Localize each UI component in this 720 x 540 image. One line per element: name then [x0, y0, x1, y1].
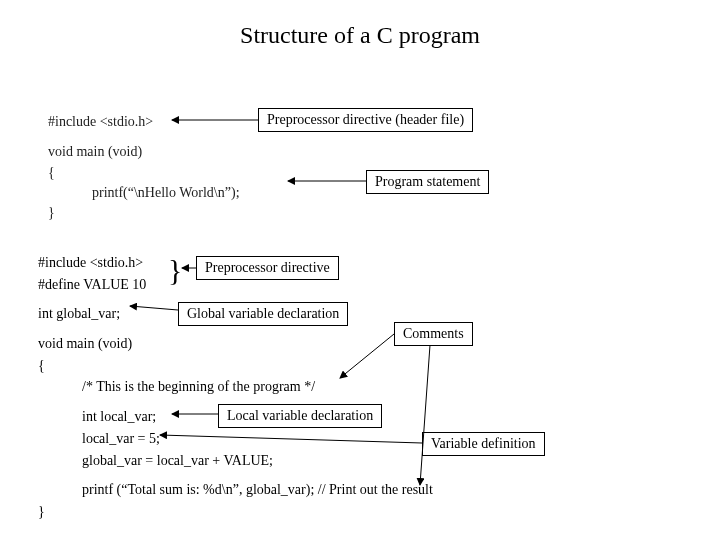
label-local-variable: Local variable declaration: [218, 404, 382, 428]
label-preprocessor: Preprocessor directive: [196, 256, 339, 280]
code-line: printf (“Total sum is: %d\n”, global_var…: [38, 479, 433, 501]
code-line: void main (void): [38, 333, 433, 355]
label-variable-definition: Variable definition: [422, 432, 545, 456]
label-preprocessor-header: Preprocessor directive (header file): [258, 108, 473, 132]
page-title: Structure of a C program: [0, 22, 720, 49]
brace-icon: }: [168, 258, 182, 282]
code-example-2: #include <stdio.h> #define VALUE 10 int …: [38, 252, 433, 523]
code-line: printf(“\nHello World\n”);: [48, 183, 240, 203]
code-line: {: [38, 355, 433, 377]
code-example-1: #include <stdio.h> void main (void) { pr…: [48, 112, 240, 223]
code-line: }: [38, 501, 433, 523]
code-line: local_var = 5;: [38, 428, 433, 450]
code-line: global_var = local_var + VALUE;: [38, 450, 433, 472]
code-line: }: [48, 203, 240, 223]
code-line: /* This is the beginning of the program …: [38, 376, 433, 398]
code-line: void main (void): [48, 142, 240, 162]
label-comments: Comments: [394, 322, 473, 346]
label-global-variable: Global variable declaration: [178, 302, 348, 326]
code-line: #include <stdio.h>: [48, 112, 240, 132]
code-line: {: [48, 163, 240, 183]
label-program-statement: Program statement: [366, 170, 489, 194]
